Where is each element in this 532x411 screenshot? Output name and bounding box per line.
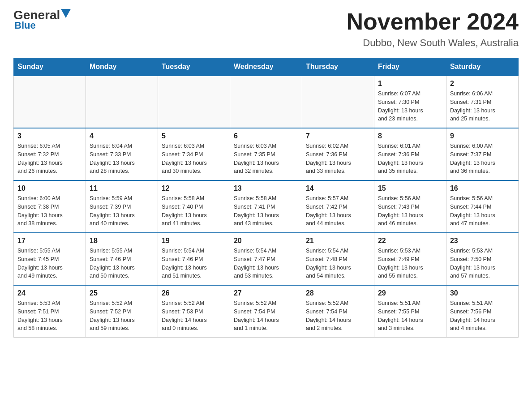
day-number: 12 <box>162 184 226 193</box>
day-number: 29 <box>378 289 442 297</box>
day-info: Sunrise: 5:58 AM Sunset: 7:41 PM Dayligh… <box>234 194 298 228</box>
table-row: 27Sunrise: 5:52 AM Sunset: 7:54 PM Dayli… <box>230 285 302 338</box>
day-number: 8 <box>378 132 442 140</box>
calendar-week-row: 10Sunrise: 6:00 AM Sunset: 7:38 PM Dayli… <box>14 180 519 233</box>
day-info: Sunrise: 5:53 AM Sunset: 7:49 PM Dayligh… <box>378 247 442 280</box>
page-header: General Blue November 2024 Dubbo, New So… <box>13 9 519 49</box>
day-info: Sunrise: 5:53 AM Sunset: 7:51 PM Dayligh… <box>17 299 82 333</box>
table-row: 6Sunrise: 6:03 AM Sunset: 7:35 PM Daylig… <box>230 128 302 180</box>
table-row: 11Sunrise: 5:59 AM Sunset: 7:39 PM Dayli… <box>86 180 158 233</box>
table-row: 19Sunrise: 5:54 AM Sunset: 7:46 PM Dayli… <box>158 233 230 285</box>
day-number: 13 <box>234 184 298 193</box>
table-row: 30Sunrise: 5:51 AM Sunset: 7:56 PM Dayli… <box>446 285 518 338</box>
day-info: Sunrise: 5:54 AM Sunset: 7:48 PM Dayligh… <box>306 247 370 280</box>
day-number: 22 <box>378 237 442 245</box>
logo-blue: Blue <box>14 20 36 31</box>
day-info: Sunrise: 5:59 AM Sunset: 7:39 PM Dayligh… <box>90 194 154 228</box>
day-info: Sunrise: 5:52 AM Sunset: 7:53 PM Dayligh… <box>162 299 226 333</box>
day-info: Sunrise: 6:07 AM Sunset: 7:30 PM Dayligh… <box>378 90 442 123</box>
day-info: Sunrise: 6:03 AM Sunset: 7:34 PM Dayligh… <box>162 142 226 176</box>
day-info: Sunrise: 6:02 AM Sunset: 7:36 PM Dayligh… <box>306 142 370 176</box>
day-number: 16 <box>450 184 515 193</box>
table-row: 29Sunrise: 5:51 AM Sunset: 7:55 PM Dayli… <box>374 285 446 338</box>
day-info: Sunrise: 5:51 AM Sunset: 7:56 PM Dayligh… <box>450 299 515 333</box>
day-number: 26 <box>162 289 226 297</box>
day-number: 15 <box>378 184 442 193</box>
day-number: 11 <box>90 184 154 193</box>
table-row <box>14 76 86 128</box>
day-info: Sunrise: 6:06 AM Sunset: 7:31 PM Dayligh… <box>450 90 515 123</box>
table-row: 15Sunrise: 5:56 AM Sunset: 7:43 PM Dayli… <box>374 180 446 233</box>
table-row <box>302 76 374 128</box>
day-number: 3 <box>17 132 82 140</box>
day-info: Sunrise: 5:52 AM Sunset: 7:54 PM Dayligh… <box>306 299 370 333</box>
day-number: 2 <box>450 80 515 88</box>
day-info: Sunrise: 5:53 AM Sunset: 7:50 PM Dayligh… <box>450 247 515 280</box>
table-row: 18Sunrise: 5:55 AM Sunset: 7:46 PM Dayli… <box>86 233 158 285</box>
logo-triangle-icon <box>61 9 71 19</box>
table-row: 25Sunrise: 5:52 AM Sunset: 7:52 PM Dayli… <box>86 285 158 338</box>
day-number: 6 <box>234 132 298 140</box>
day-info: Sunrise: 6:01 AM Sunset: 7:36 PM Dayligh… <box>378 142 442 176</box>
day-info: Sunrise: 5:57 AM Sunset: 7:42 PM Dayligh… <box>306 194 370 228</box>
calendar-week-row: 17Sunrise: 5:55 AM Sunset: 7:45 PM Dayli… <box>14 233 519 285</box>
day-info: Sunrise: 6:05 AM Sunset: 7:32 PM Dayligh… <box>17 142 82 176</box>
table-row: 24Sunrise: 5:53 AM Sunset: 7:51 PM Dayli… <box>14 285 86 338</box>
table-row: 7Sunrise: 6:02 AM Sunset: 7:36 PM Daylig… <box>302 128 374 180</box>
table-row: 20Sunrise: 5:54 AM Sunset: 7:47 PM Dayli… <box>230 233 302 285</box>
table-row: 9Sunrise: 6:00 AM Sunset: 7:37 PM Daylig… <box>446 128 518 180</box>
table-row: 2Sunrise: 6:06 AM Sunset: 7:31 PM Daylig… <box>446 76 518 128</box>
table-row: 8Sunrise: 6:01 AM Sunset: 7:36 PM Daylig… <box>374 128 446 180</box>
day-number: 30 <box>450 289 515 297</box>
day-info: Sunrise: 6:04 AM Sunset: 7:33 PM Dayligh… <box>90 142 154 176</box>
table-row: 14Sunrise: 5:57 AM Sunset: 7:42 PM Dayli… <box>302 180 374 233</box>
table-row: 12Sunrise: 5:58 AM Sunset: 7:40 PM Dayli… <box>158 180 230 233</box>
header-thursday: Thursday <box>302 58 374 76</box>
logo: General Blue <box>13 9 71 31</box>
day-info: Sunrise: 5:56 AM Sunset: 7:44 PM Dayligh… <box>450 194 515 228</box>
calendar-week-row: 3Sunrise: 6:05 AM Sunset: 7:32 PM Daylig… <box>14 128 519 180</box>
table-row: 4Sunrise: 6:04 AM Sunset: 7:33 PM Daylig… <box>86 128 158 180</box>
day-number: 18 <box>90 237 154 245</box>
day-info: Sunrise: 5:58 AM Sunset: 7:40 PM Dayligh… <box>162 194 226 228</box>
day-info: Sunrise: 6:00 AM Sunset: 7:38 PM Dayligh… <box>17 194 82 228</box>
day-number: 10 <box>17 184 82 193</box>
table-row <box>158 76 230 128</box>
table-row: 10Sunrise: 6:00 AM Sunset: 7:38 PM Dayli… <box>14 180 86 233</box>
day-number: 21 <box>306 237 370 245</box>
day-number: 14 <box>306 184 370 193</box>
day-number: 7 <box>306 132 370 140</box>
table-row: 22Sunrise: 5:53 AM Sunset: 7:49 PM Dayli… <box>374 233 446 285</box>
day-number: 5 <box>162 132 226 140</box>
calendar-table: Sunday Monday Tuesday Wednesday Thursday… <box>13 58 519 338</box>
header-monday: Monday <box>86 58 158 76</box>
table-row <box>230 76 302 128</box>
calendar-week-row: 24Sunrise: 5:53 AM Sunset: 7:51 PM Dayli… <box>14 285 519 338</box>
day-info: Sunrise: 6:03 AM Sunset: 7:35 PM Dayligh… <box>234 142 298 176</box>
day-number: 27 <box>234 289 298 297</box>
day-info: Sunrise: 5:52 AM Sunset: 7:52 PM Dayligh… <box>90 299 154 333</box>
day-info: Sunrise: 5:55 AM Sunset: 7:46 PM Dayligh… <box>90 247 154 280</box>
day-info: Sunrise: 5:54 AM Sunset: 7:47 PM Dayligh… <box>234 247 298 280</box>
day-number: 9 <box>450 132 515 140</box>
table-row: 5Sunrise: 6:03 AM Sunset: 7:34 PM Daylig… <box>158 128 230 180</box>
day-number: 17 <box>17 237 82 245</box>
day-info: Sunrise: 5:56 AM Sunset: 7:43 PM Dayligh… <box>378 194 442 228</box>
table-row: 16Sunrise: 5:56 AM Sunset: 7:44 PM Dayli… <box>446 180 518 233</box>
table-row: 3Sunrise: 6:05 AM Sunset: 7:32 PM Daylig… <box>14 128 86 180</box>
calendar-header-row: Sunday Monday Tuesday Wednesday Thursday… <box>14 58 519 76</box>
table-row <box>86 76 158 128</box>
day-info: Sunrise: 5:52 AM Sunset: 7:54 PM Dayligh… <box>234 299 298 333</box>
header-tuesday: Tuesday <box>158 58 230 76</box>
main-title: November 2024 <box>347 9 519 34</box>
day-number: 23 <box>450 237 515 245</box>
day-info: Sunrise: 5:51 AM Sunset: 7:55 PM Dayligh… <box>378 299 442 333</box>
table-row: 21Sunrise: 5:54 AM Sunset: 7:48 PM Dayli… <box>302 233 374 285</box>
day-number: 4 <box>90 132 154 140</box>
table-row: 26Sunrise: 5:52 AM Sunset: 7:53 PM Dayli… <box>158 285 230 338</box>
table-row: 28Sunrise: 5:52 AM Sunset: 7:54 PM Dayli… <box>302 285 374 338</box>
day-number: 28 <box>306 289 370 297</box>
svg-marker-0 <box>61 9 71 18</box>
day-number: 20 <box>234 237 298 245</box>
table-row: 17Sunrise: 5:55 AM Sunset: 7:45 PM Dayli… <box>14 233 86 285</box>
